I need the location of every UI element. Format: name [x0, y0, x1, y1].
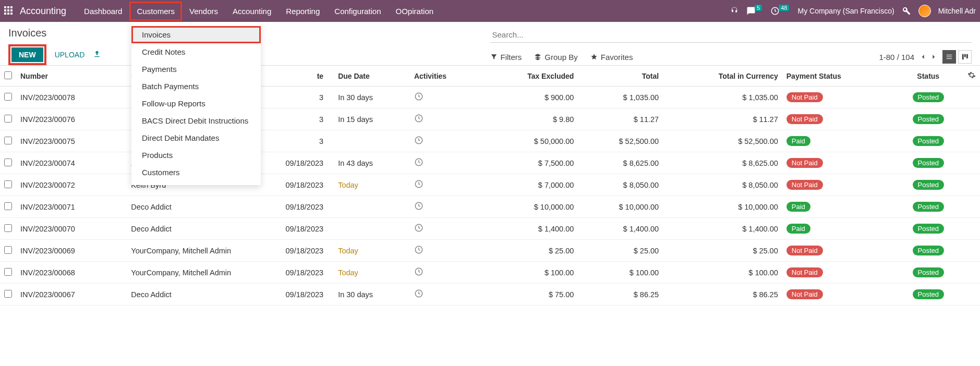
groupby-button[interactable]: Group By	[534, 53, 577, 62]
menu-oopiration[interactable]: OOpiration	[389, 2, 441, 21]
col-number[interactable]: Number	[16, 66, 127, 87]
upload-icon[interactable]	[93, 50, 101, 60]
row-checkbox[interactable]	[4, 180, 12, 188]
dropdown-followup-reports[interactable]: Follow-up Reports	[131, 95, 261, 112]
menu-configuration[interactable]: Configuration	[327, 2, 388, 21]
chevron-right-icon[interactable]	[930, 53, 937, 60]
cell-due-date: In 15 days	[334, 108, 410, 130]
activity-clock-icon	[414, 136, 424, 145]
new-button[interactable]: NEW	[11, 47, 43, 62]
kanban-view-button[interactable]	[958, 50, 972, 64]
cell-total-currency: $ 86.25	[663, 284, 782, 306]
row-checkbox[interactable]	[4, 93, 12, 101]
cell-total: $ 10,000.00	[578, 196, 663, 218]
cell-payment-status: Paid	[782, 196, 893, 218]
row-checkbox[interactable]	[4, 246, 12, 254]
dropdown-bacs[interactable]: BACS Direct Debit Instructions	[131, 112, 261, 129]
menu-customers[interactable]: Customers	[129, 2, 182, 21]
dropdown-credit-notes[interactable]: Credit Notes	[131, 43, 261, 60]
cell-activities[interactable]	[410, 218, 482, 240]
status-badge: Posted	[913, 158, 944, 168]
messages-button[interactable]: 5	[746, 6, 763, 16]
cell-activities[interactable]	[410, 284, 482, 306]
cell-activities[interactable]	[410, 130, 482, 152]
cell-customer: YourCompany, Mitchell Admin	[127, 262, 241, 284]
search-input[interactable]	[490, 27, 972, 43]
cell-status: Posted	[893, 240, 963, 262]
payment-status-badge: Not Paid	[787, 267, 823, 277]
row-checkbox[interactable]	[4, 290, 12, 298]
cell-tax-excluded: $ 900.00	[481, 87, 578, 108]
col-due-date[interactable]: Due Date	[334, 66, 410, 87]
app-brand[interactable]: Accounting	[20, 6, 66, 17]
dropdown-dd-mandates[interactable]: Direct Debit Mandates	[131, 129, 261, 147]
col-tax-excluded[interactable]: Tax Excluded	[481, 66, 578, 87]
user-name[interactable]: Mitchell Adr	[938, 7, 976, 15]
activities-button[interactable]: 48	[770, 6, 790, 16]
cell-activities[interactable]	[410, 87, 482, 108]
cell-activities[interactable]	[410, 174, 482, 196]
cell-total: $ 11.27	[578, 108, 663, 130]
cell-due-date: In 30 days	[334, 87, 410, 108]
row-checkbox[interactable]	[4, 224, 12, 232]
tools-icon[interactable]	[902, 6, 911, 16]
dropdown-batch-payments[interactable]: Batch Payments	[131, 78, 261, 95]
cell-status: Posted	[893, 130, 963, 152]
table-row[interactable]: INV/2023/00067 Deco Addict 09/18/2023 In…	[0, 284, 980, 306]
cell-activities[interactable]	[410, 152, 482, 174]
list-view-button[interactable]	[942, 50, 956, 64]
cell-payment-status: Not Paid	[782, 240, 893, 262]
cell-activities[interactable]	[410, 262, 482, 284]
col-total[interactable]: Total	[578, 66, 663, 87]
cell-number: INV/2023/00076	[16, 108, 127, 130]
cell-activities[interactable]	[410, 108, 482, 130]
chevron-left-icon[interactable]	[919, 53, 927, 60]
cell-number: INV/2023/00069	[16, 240, 127, 262]
row-checkbox[interactable]	[4, 158, 12, 166]
new-button-highlight: NEW	[8, 44, 46, 65]
support-icon[interactable]	[730, 6, 739, 16]
menu-vendors[interactable]: Vendors	[182, 2, 225, 21]
col-status[interactable]: Status	[893, 66, 963, 87]
menu-reporting[interactable]: Reporting	[279, 2, 327, 21]
cell-payment-status: Paid	[782, 218, 893, 240]
cell-due-date	[334, 218, 410, 240]
dropdown-customers[interactable]: Customers	[131, 164, 261, 181]
cell-activities[interactable]	[410, 196, 482, 218]
row-checkbox[interactable]	[4, 115, 12, 123]
menu-dashboard[interactable]: Dashboard	[77, 2, 129, 21]
cell-payment-status: Paid	[782, 130, 893, 152]
payment-status-badge: Not Paid	[787, 158, 823, 168]
cell-tax-excluded: $ 10,000.00	[481, 196, 578, 218]
favorites-button[interactable]: Favorites	[590, 53, 633, 62]
apps-icon[interactable]	[4, 6, 14, 16]
user-avatar[interactable]	[918, 5, 931, 17]
cell-total: $ 100.00	[578, 262, 663, 284]
menu-accounting[interactable]: Accounting	[225, 2, 279, 21]
dropdown-products[interactable]: Products	[131, 147, 261, 164]
col-payment-status[interactable]: Payment Status	[782, 66, 893, 87]
table-row[interactable]: INV/2023/00070 Deco Addict 09/18/2023 $ …	[0, 218, 980, 240]
select-all-checkbox[interactable]	[4, 71, 12, 79]
col-activities[interactable]: Activities	[410, 66, 482, 87]
col-total-currency[interactable]: Total in Currency	[663, 66, 782, 87]
table-row[interactable]: INV/2023/00069 YourCompany, Mitchell Adm…	[0, 240, 980, 262]
cell-payment-status: Not Paid	[782, 284, 893, 306]
row-checkbox[interactable]	[4, 137, 12, 144]
row-checkbox[interactable]	[4, 202, 12, 210]
status-badge: Posted	[913, 114, 944, 124]
row-checkbox[interactable]	[4, 268, 12, 276]
pager-text[interactable]: 1-80 / 104	[879, 53, 914, 62]
dropdown-invoices[interactable]: Invoices	[131, 26, 261, 43]
columns-settings-icon[interactable]	[967, 71, 976, 79]
filters-button[interactable]: Filters	[490, 53, 522, 62]
table-row[interactable]: INV/2023/00068 YourCompany, Mitchell Adm…	[0, 262, 980, 284]
cell-activities[interactable]	[410, 240, 482, 262]
company-selector[interactable]: My Company (San Francisco)	[797, 7, 894, 15]
activity-clock-icon	[414, 92, 424, 101]
upload-button[interactable]: UPLOAD	[55, 51, 85, 59]
dropdown-payments[interactable]: Payments	[131, 60, 261, 78]
status-badge: Posted	[913, 246, 944, 255]
payment-status-badge: Paid	[787, 224, 810, 234]
table-row[interactable]: INV/2023/00071 Deco Addict 09/18/2023 $ …	[0, 196, 980, 218]
